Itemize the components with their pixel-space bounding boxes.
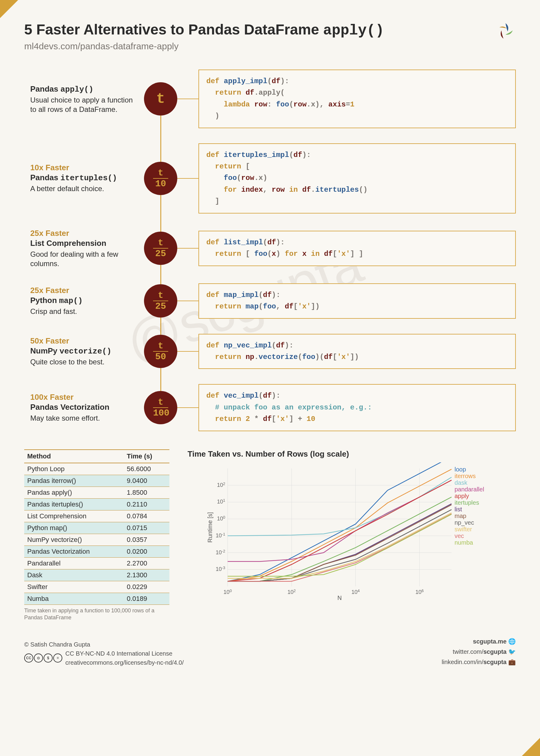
speed-badge: t100 bbox=[144, 391, 177, 424]
code-snippet: def list_impl(df): return [ foo(x) for x… bbox=[199, 231, 516, 266]
legend-pandarallel: pandarallel bbox=[455, 486, 484, 492]
svg-text:10-3: 10-3 bbox=[216, 566, 225, 572]
table-row: Pandas itertuples()0.2110 bbox=[24, 498, 169, 510]
cell-time: 0.0189 bbox=[124, 593, 169, 604]
cell-method: Pandas apply() bbox=[24, 486, 124, 498]
cell-time: 0.0200 bbox=[124, 546, 169, 557]
legend-swifter: swifter bbox=[455, 526, 472, 533]
code-snippet: def vec_impl(df): # unpack foo as an exp… bbox=[199, 384, 516, 431]
cell-method: Python Loop bbox=[24, 463, 124, 475]
corner-decoration-tl bbox=[0, 0, 18, 18]
speed-label: 25x Faster bbox=[30, 286, 133, 295]
legend-vec: vec bbox=[455, 533, 464, 539]
speed-badge: t bbox=[144, 82, 177, 116]
copyright: © Satish Chandra Gupta bbox=[24, 640, 184, 649]
cell-method: Pandas Vectorization bbox=[24, 546, 124, 557]
legend-apply: apply bbox=[455, 492, 469, 499]
cell-time: 9.0400 bbox=[124, 475, 169, 486]
cell-time: 0.2110 bbox=[124, 498, 169, 510]
connector-line bbox=[177, 407, 199, 408]
table-caption: Time taken in applying a function to 100… bbox=[24, 607, 169, 621]
table-row: Numba0.0189 bbox=[24, 593, 169, 604]
cell-method: Python map() bbox=[24, 522, 124, 534]
legend-numba: numba bbox=[455, 539, 473, 546]
series-iterrows bbox=[228, 469, 452, 581]
cell-time: 2.1300 bbox=[124, 569, 169, 581]
th-time: Time (s) bbox=[124, 450, 169, 463]
method-desc-col: 10x Faster Pandas itertuples() A better … bbox=[30, 163, 139, 193]
series-pandarallel bbox=[228, 480, 452, 562]
footer: © Satish Chandra Gupta CC⊙$= CC BY-NC-ND… bbox=[24, 636, 516, 667]
cell-method: NumPy vectorize() bbox=[24, 534, 124, 546]
speed-badge: t25 bbox=[144, 284, 177, 318]
code-snippet: def np_vec_impl(df): return np.vectorize… bbox=[199, 334, 516, 369]
cell-method: Pandarallel bbox=[24, 557, 124, 569]
table-row: Pandas apply()1.8500 bbox=[24, 486, 169, 498]
svg-text:102: 102 bbox=[287, 589, 296, 595]
cell-method: Dask bbox=[24, 569, 124, 581]
results-table: Method Time (s) Python Loop56.6000Pandas… bbox=[24, 449, 169, 605]
method-description: Crisp and fast. bbox=[30, 307, 133, 316]
connector-line bbox=[177, 248, 199, 249]
method-desc-col: 100x Faster Pandas Vectorization May tak… bbox=[30, 392, 139, 423]
svg-text:100: 100 bbox=[223, 589, 232, 595]
svg-text:10-2: 10-2 bbox=[216, 549, 225, 555]
method-desc-col: Pandas apply() Usual choice to apply a f… bbox=[30, 84, 139, 114]
chart: 10010210410610-310-210-1100101102loopite… bbox=[188, 462, 516, 601]
cell-method: Numba bbox=[24, 593, 124, 604]
table-row: Swifter0.0229 bbox=[24, 581, 169, 593]
svg-text:Runtime [s]: Runtime [s] bbox=[206, 512, 213, 543]
method-row: Pandas apply() Usual choice to apply a f… bbox=[30, 69, 516, 128]
connector-line bbox=[177, 99, 199, 99]
method-row: 25x Faster Python map() Crisp and fast. … bbox=[30, 283, 516, 319]
method-description: Usual choice to apply a function to all … bbox=[30, 95, 133, 114]
subtitle-url: ml4devs.com/pandas-dataframe-apply bbox=[24, 41, 384, 52]
method-title: NumPy vectorize() bbox=[30, 346, 133, 356]
svg-text:106: 106 bbox=[415, 589, 424, 595]
link-site: scgupta.me 🌐 bbox=[442, 636, 516, 647]
method-row: 100x Faster Pandas Vectorization May tak… bbox=[30, 384, 516, 431]
speed-label: 10x Faster bbox=[30, 163, 133, 172]
chart-title: Time Taken vs. Number of Rows (log scale… bbox=[188, 449, 516, 459]
table-row: Dask2.1300 bbox=[24, 569, 169, 581]
table-row: NumPy vectorize()0.0357 bbox=[24, 534, 169, 546]
svg-text:10-1: 10-1 bbox=[216, 532, 225, 538]
method-description: A better default choice. bbox=[30, 184, 133, 193]
cell-method: Pandas iterrow() bbox=[24, 475, 124, 486]
legend-itertuples: itertuples bbox=[455, 499, 479, 506]
legend-dask: dask bbox=[455, 479, 468, 486]
method-title: List Comprehension bbox=[30, 239, 133, 248]
table-row: Pandas Vectorization0.0200 bbox=[24, 546, 169, 557]
code-snippet: def itertuples_impl(df): return [ foo(ro… bbox=[199, 143, 516, 213]
link-twitter: twitter.com/scgupta 🐦 bbox=[442, 647, 516, 657]
speed-label: 25x Faster bbox=[30, 229, 133, 238]
method-desc-col: 25x Faster List Comprehension Good for d… bbox=[30, 229, 139, 268]
method-desc-col: 50x Faster NumPy vectorize() Quite close… bbox=[30, 336, 139, 367]
speed-label: 100x Faster bbox=[30, 392, 133, 402]
series-vec bbox=[228, 514, 452, 581]
cell-time: 0.0229 bbox=[124, 581, 169, 593]
method-description: Quite close to the best. bbox=[30, 357, 133, 367]
series-np_vec bbox=[228, 509, 452, 581]
legend-loop: loop bbox=[455, 466, 466, 473]
speed-badge: t50 bbox=[144, 335, 177, 368]
method-title: Pandas itertuples() bbox=[30, 173, 133, 183]
cc-icons: CC⊙$= bbox=[24, 654, 62, 663]
method-row: 25x Faster List Comprehension Good for d… bbox=[30, 229, 516, 268]
license-url: creativecommons.org/licenses/by-nc-nd/4.… bbox=[66, 659, 184, 666]
timeline: Pandas apply() Usual choice to apply a f… bbox=[30, 69, 516, 431]
table-row: Pandarallel2.2700 bbox=[24, 557, 169, 569]
svg-text:N: N bbox=[337, 594, 341, 601]
table-row: Pandas iterrow()9.0400 bbox=[24, 475, 169, 486]
table-row: Python map()0.0715 bbox=[24, 522, 169, 534]
svg-text:104: 104 bbox=[351, 589, 360, 595]
cell-method: Pandas itertuples() bbox=[24, 498, 124, 510]
method-row: 10x Faster Pandas itertuples() A better … bbox=[30, 143, 516, 213]
table-row: List Comprehension0.0784 bbox=[24, 510, 169, 522]
svg-text:101: 101 bbox=[217, 498, 225, 505]
svg-text:102: 102 bbox=[217, 481, 225, 488]
bottom-section: Method Time (s) Python Loop56.6000Pandas… bbox=[24, 449, 516, 621]
legend-list: list bbox=[455, 506, 462, 512]
th-method: Method bbox=[24, 450, 124, 463]
connector-line bbox=[177, 301, 199, 301]
